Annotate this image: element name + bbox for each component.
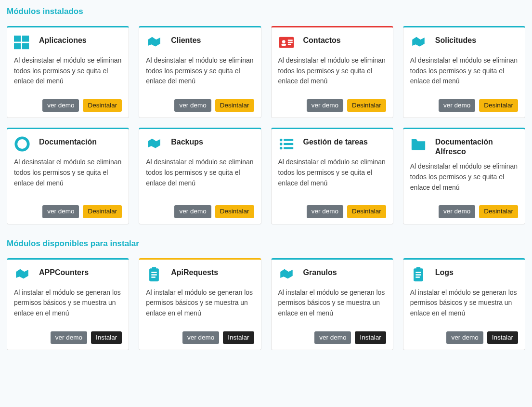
card-header: Solicitudes xyxy=(410,34,518,51)
card-header: Clientes xyxy=(146,34,254,51)
card-header: Gestión de tareas xyxy=(278,136,386,152)
module-title: Backups xyxy=(171,136,203,147)
module-description: Al desinstalar el módulo se eliminan tod… xyxy=(410,161,518,193)
handshake-icon xyxy=(14,266,30,283)
card-header: APPCounters xyxy=(14,266,122,283)
module-description: Al desinstalar el módulo se eliminan tod… xyxy=(146,157,254,193)
card-header: Backups xyxy=(146,136,254,152)
install-button[interactable]: Instalar xyxy=(223,331,254,344)
ver-demo-button[interactable]: ver demo xyxy=(307,99,343,112)
module-description: Al desinstalar el módulo se eliminan tod… xyxy=(410,55,518,87)
clipboard-icon xyxy=(410,266,427,283)
module-description: Al instalar el módulo se generan los per… xyxy=(278,288,386,319)
module-description: Al desinstalar el módulo se eliminan tod… xyxy=(14,157,122,193)
install-button[interactable]: Instalar xyxy=(487,331,518,344)
card-actions: ver demoInstalar xyxy=(146,331,254,344)
ver-demo-button[interactable]: ver demo xyxy=(307,205,343,218)
list-icon xyxy=(278,136,295,152)
card-header: ApiRequests xyxy=(146,266,254,283)
ver-demo-button[interactable]: ver demo xyxy=(314,331,351,344)
card-actions: ver demoDesintalar xyxy=(278,205,386,218)
module-title: Clientes xyxy=(171,34,201,45)
card-header: Contactos xyxy=(278,34,386,51)
installed-grid: AplicacionesAl desinstalar el módulo se … xyxy=(7,26,525,224)
module-title: Logs xyxy=(435,266,454,277)
card-actions: ver demoDesintalar xyxy=(146,99,254,112)
module-title: Granulos xyxy=(303,266,337,277)
windows-icon xyxy=(14,34,30,51)
module-title: Aplicaciones xyxy=(39,34,87,45)
module-card: LogsAl instalar el módulo se generan los… xyxy=(403,258,525,350)
module-description: Al desinstalar el módulo se eliminan tod… xyxy=(278,55,386,87)
ver-demo-button[interactable]: ver demo xyxy=(42,205,79,218)
module-title: Documentación xyxy=(39,136,97,147)
ver-demo-button[interactable]: ver demo xyxy=(446,331,483,344)
card-actions: ver demoInstalar xyxy=(410,331,518,344)
uninstall-button[interactable]: Desintalar xyxy=(215,99,254,112)
circle-icon xyxy=(14,136,30,152)
module-description: Al desinstalar el módulo se eliminan tod… xyxy=(14,55,122,87)
handshake-icon xyxy=(278,266,295,283)
clipboard-icon xyxy=(146,266,162,283)
module-card: ClientesAl desinstalar el módulo se elim… xyxy=(139,26,261,118)
ver-demo-button[interactable]: ver demo xyxy=(51,331,87,344)
module-card: ApiRequestsAl instalar el módulo se gene… xyxy=(139,258,261,350)
ver-demo-button[interactable]: ver demo xyxy=(174,205,211,218)
module-title: Gestión de tareas xyxy=(303,136,368,147)
uninstall-button[interactable]: Desintalar xyxy=(479,205,518,218)
uninstall-button[interactable]: Desintalar xyxy=(347,205,386,218)
ver-demo-button[interactable]: ver demo xyxy=(439,205,475,218)
card-header: Documentación xyxy=(14,136,122,152)
module-card: BackupsAl desinstalar el módulo se elimi… xyxy=(139,128,261,224)
uninstall-button[interactable]: Desintalar xyxy=(347,99,386,112)
module-description: Al desinstalar el módulo se eliminan tod… xyxy=(146,55,254,87)
card-actions: ver demoDesintalar xyxy=(410,205,518,218)
module-title: Documentación Alfresco xyxy=(435,136,518,157)
module-card: AplicacionesAl desinstalar el módulo se … xyxy=(7,26,129,118)
card-actions: ver demoInstalar xyxy=(278,331,386,344)
section-installed-title: Módulos instalados xyxy=(7,7,525,16)
module-description: Al instalar el módulo se generan los per… xyxy=(146,288,254,319)
module-description: Al instalar el módulo se generan los per… xyxy=(14,288,122,319)
card-actions: ver demoDesintalar xyxy=(410,99,518,112)
card-actions: ver demoInstalar xyxy=(14,331,122,344)
module-description: Al instalar el módulo se generan los per… xyxy=(410,288,518,319)
uninstall-button[interactable]: Desintalar xyxy=(215,205,254,218)
module-card: GranulosAl instalar el módulo se generan… xyxy=(271,258,393,350)
install-button[interactable]: Instalar xyxy=(355,331,386,344)
ver-demo-button[interactable]: ver demo xyxy=(42,99,79,112)
ver-demo-button[interactable]: ver demo xyxy=(182,331,219,344)
module-card: Gestión de tareasAl desinstalar el módul… xyxy=(271,128,393,224)
id-card-icon xyxy=(278,34,295,51)
card-actions: ver demoDesintalar xyxy=(14,205,122,218)
card-header: Documentación Alfresco xyxy=(410,136,518,157)
module-title: Solicitudes xyxy=(435,34,476,45)
card-header: Aplicaciones xyxy=(14,34,122,51)
module-card: Documentación AlfrescoAl desinstalar el … xyxy=(403,128,525,224)
module-card: ContactosAl desinstalar el módulo se eli… xyxy=(271,26,393,118)
handshake-icon xyxy=(146,34,162,51)
handshake-icon xyxy=(146,136,162,152)
module-card: DocumentaciónAl desinstalar el módulo se… xyxy=(7,128,129,224)
card-actions: ver demoDesintalar xyxy=(14,99,122,112)
module-description: Al desinstalar el módulo se eliminan tod… xyxy=(278,157,386,193)
module-card: APPCountersAl instalar el módulo se gene… xyxy=(7,258,129,350)
handshake-icon xyxy=(410,34,427,51)
card-actions: ver demoDesintalar xyxy=(278,99,386,112)
card-header: Logs xyxy=(410,266,518,283)
uninstall-button[interactable]: Desintalar xyxy=(83,205,122,218)
module-title: Contactos xyxy=(303,34,341,45)
card-header: Granulos xyxy=(278,266,386,283)
module-title: APPCounters xyxy=(39,266,89,277)
section-available-title: Módulos disponibles para instalar xyxy=(7,239,525,249)
install-button[interactable]: Instalar xyxy=(91,331,122,344)
folder-icon xyxy=(410,136,427,152)
card-actions: ver demoDesintalar xyxy=(146,205,254,218)
module-title: ApiRequests xyxy=(171,266,218,277)
available-grid: APPCountersAl instalar el módulo se gene… xyxy=(7,258,525,350)
ver-demo-button[interactable]: ver demo xyxy=(439,99,475,112)
uninstall-button[interactable]: Desintalar xyxy=(479,99,518,112)
uninstall-button[interactable]: Desintalar xyxy=(83,99,122,112)
ver-demo-button[interactable]: ver demo xyxy=(174,99,211,112)
module-card: SolicitudesAl desinstalar el módulo se e… xyxy=(403,26,525,118)
